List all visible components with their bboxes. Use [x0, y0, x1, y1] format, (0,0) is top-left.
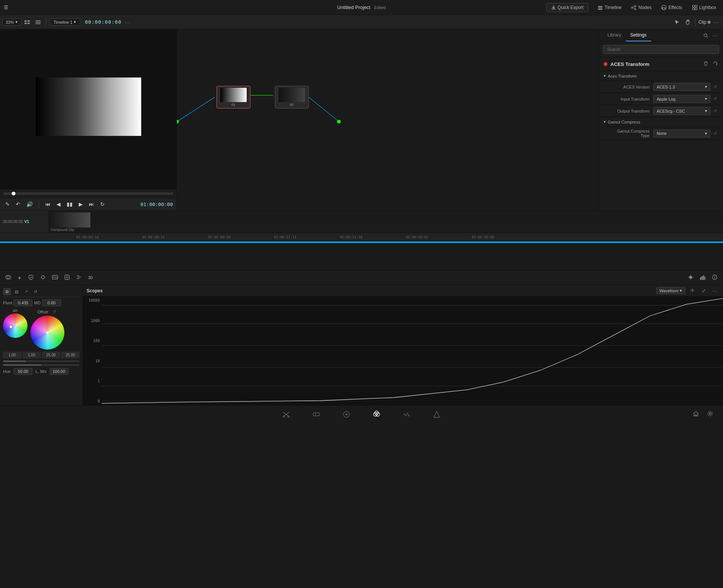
nav-item-fusion[interactable] — [339, 409, 354, 420]
loop-button[interactable]: ↻ — [99, 200, 106, 208]
zoom-selector[interactable]: 33% ▾ — [2, 18, 21, 26]
preview-scrubber[interactable] — [3, 192, 174, 195]
input-transform-select[interactable]: Apple Log ▾ — [653, 95, 711, 103]
md-input[interactable] — [42, 299, 61, 306]
svg-rect-19 — [35, 22, 41, 23]
select-tool-button[interactable] — [673, 18, 682, 26]
gamut-compress-section-header[interactable]: ▾ Gamut Compress — [599, 117, 723, 127]
home-icon — [693, 411, 699, 417]
quick-export-button[interactable]: Quick Export — [546, 3, 589, 12]
svg-text:FX: FX — [662, 7, 666, 9]
search-panel-button[interactable] — [701, 32, 711, 39]
app-menu-icon[interactable]: ☰ — [4, 5, 8, 10]
slider-row-bottom[interactable] — [3, 364, 79, 366]
shared-nodes-tool[interactable] — [74, 273, 84, 283]
offset-wheel[interactable] — [31, 316, 64, 350]
gamut-type-select[interactable]: None ▾ — [653, 130, 711, 137]
cp-tab-clock[interactable]: ⊙ — [3, 288, 11, 295]
tab-settings[interactable]: Settings — [626, 29, 651, 41]
scope-expand-button[interactable]: ⤢ — [699, 286, 708, 295]
bottom-right-controls — [691, 409, 715, 419]
node-2[interactable]: 02 — [275, 86, 309, 108]
output-transform-reset[interactable]: ↺ — [712, 108, 718, 114]
aces-version-select[interactable]: ACES 1.3 ▾ — [653, 83, 711, 91]
color-scopes-area: ⊙ ▤ ↗ ↺ Pivot MD ain Offset ↺ — [0, 285, 723, 405]
scope-more-options[interactable]: ··· — [711, 287, 719, 295]
gain-wheel[interactable] — [3, 313, 27, 338]
waveform-selector[interactable]: Waveform ▾ — [656, 287, 686, 294]
info-tool[interactable] — [709, 273, 720, 283]
settings-button[interactable] — [705, 409, 715, 419]
home-button[interactable] — [691, 409, 701, 419]
qualify-tool[interactable] — [26, 273, 36, 283]
info-icon — [712, 274, 718, 280]
offset-reset-button[interactable]: ↺ — [51, 309, 58, 315]
svg-rect-10 — [692, 5, 694, 7]
tab-library[interactable]: Library — [603, 29, 626, 41]
pivot-label: Pivot — [3, 301, 12, 305]
skip-forward-button[interactable]: ⏭ — [87, 200, 96, 208]
timeline-icon — [598, 5, 603, 10]
settings-gear-icon — [707, 411, 713, 417]
luts-tool[interactable] — [62, 273, 72, 283]
cp-tab-bars[interactable]: ▤ — [12, 288, 21, 295]
nodes-icon — [631, 5, 636, 10]
timeline-name-selector[interactable]: Timeline 1 ▾ — [49, 18, 80, 26]
stereo-tool[interactable]: 3D — [86, 274, 95, 281]
audio-button[interactable]: 🔊 — [25, 200, 34, 208]
reset-effect-button[interactable] — [712, 60, 718, 68]
output-transform-select[interactable]: ACEScg - CSC ▾ — [653, 107, 711, 115]
cp-tab-curves[interactable]: ↗ — [22, 288, 30, 295]
highlights-tool[interactable] — [685, 273, 696, 283]
bottom-tools-row: ✦ 3D — [0, 270, 723, 285]
tracking-tool[interactable] — [38, 273, 48, 283]
curves-tool[interactable]: ✦ — [15, 273, 24, 283]
undo-button[interactable]: ↶ — [14, 200, 22, 208]
nav-item-deliver[interactable] — [429, 409, 444, 420]
scope-settings-button[interactable] — [688, 286, 697, 295]
playback-timecode: 01:00:00:00 — [140, 202, 173, 207]
clip-more-options[interactable]: ··· — [712, 18, 721, 26]
deliver-nav-icon — [433, 411, 441, 418]
nav-item-fairlight[interactable] — [399, 409, 414, 420]
play-button[interactable]: ▶ — [77, 200, 84, 208]
lightbox-nav-button[interactable]: Lightbox — [688, 3, 721, 12]
pivot-input[interactable] — [14, 299, 32, 306]
lmix-input[interactable] — [50, 368, 69, 375]
input-transform-reset[interactable]: ↺ — [712, 96, 718, 102]
stop-button[interactable]: ▮▮ — [65, 200, 74, 208]
param-aces-version: ACES Version ACES 1.3 ▾ ↺ — [599, 81, 723, 93]
node-1-label: 01 — [232, 103, 235, 107]
effects-nav-button[interactable]: FX Effects — [657, 3, 686, 12]
svg-point-52 — [288, 416, 289, 417]
aces-version-label: ACES Version — [608, 85, 653, 89]
gallery-tool[interactable] — [50, 273, 60, 283]
timeline-nav-button[interactable]: Timeline — [593, 3, 626, 12]
color-circles-tool[interactable] — [3, 273, 14, 283]
node-1[interactable]: 01 — [217, 86, 250, 108]
nav-item-cut[interactable] — [279, 409, 294, 420]
y-label-4: 1 — [85, 379, 100, 383]
gamut-type-reset[interactable]: ↺ — [712, 130, 718, 137]
timeline-more-options[interactable]: ··· — [123, 18, 131, 26]
nav-item-edit[interactable] — [309, 409, 324, 420]
delete-effect-button[interactable] — [703, 60, 709, 68]
list-view-button[interactable] — [33, 19, 43, 25]
aces-section-header[interactable]: ▾ Aces Transform — [599, 71, 723, 81]
hand-tool-button[interactable] — [683, 18, 692, 26]
skip-back-button[interactable]: ⏮ — [44, 200, 52, 208]
nav-item-color[interactable] — [369, 409, 384, 420]
nodes-nav-button[interactable]: Nodes — [627, 3, 656, 12]
step-back-button[interactable]: ◀ — [55, 200, 62, 208]
hue-input[interactable] — [14, 368, 32, 375]
cp-tab-reset[interactable]: ↺ — [32, 288, 40, 295]
histogram-tool[interactable] — [697, 273, 708, 283]
effect-actions — [703, 60, 718, 68]
search-input[interactable] — [603, 45, 719, 54]
timeline-clip-block[interactable] — [49, 212, 90, 228]
view-toggle-button[interactable] — [22, 19, 32, 25]
pencil-tool-button[interactable]: ✎ — [4, 200, 11, 208]
panel-more-options[interactable]: ··· — [711, 32, 719, 39]
aces-version-reset[interactable]: ↺ — [712, 84, 718, 90]
slider-row-top[interactable] — [3, 360, 79, 362]
